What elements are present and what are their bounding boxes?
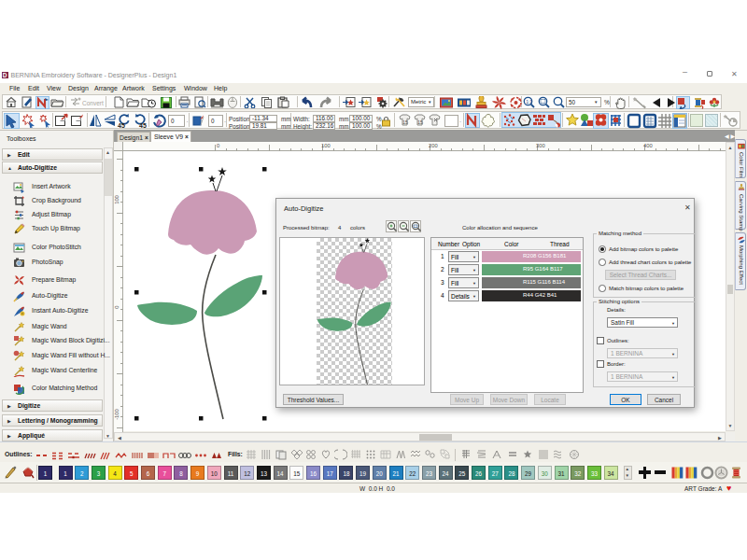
svg-text:15: 15	[417, 119, 423, 125]
svg-text:45: 45	[139, 122, 147, 129]
svg-text:1:1: 1:1	[526, 99, 532, 105]
svg-text:15: 15	[402, 119, 408, 125]
svg-text:45: 45	[118, 122, 125, 129]
